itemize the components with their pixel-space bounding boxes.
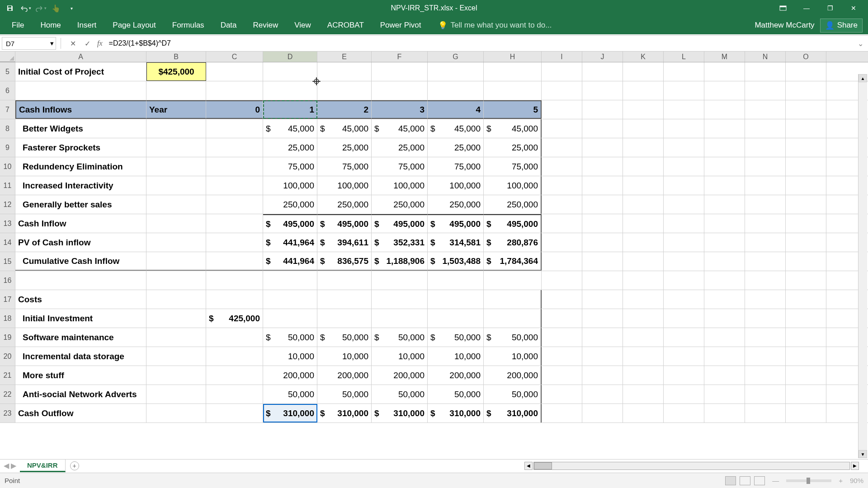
cell-F18[interactable] [372,309,428,328]
cell-I11[interactable] [542,176,582,195]
cell-E9[interactable]: 25,000 [317,138,372,157]
cell-K16[interactable] [623,271,664,290]
cell-G11[interactable]: 100,000 [428,176,484,195]
cell-I10[interactable] [542,157,582,176]
cell-K11[interactable] [623,176,664,195]
cell-I23[interactable] [542,404,582,422]
cell-M12[interactable] [704,195,745,214]
cell-E8[interactable]: $45,000 [317,119,372,138]
tab-acrobat[interactable]: ACROBAT [319,17,372,33]
cell-O20[interactable] [786,347,826,366]
cell-G17[interactable] [428,290,484,309]
cell-D21[interactable]: 200,000 [263,366,317,385]
cell-O7[interactable] [786,100,826,119]
cell-M10[interactable] [704,157,745,176]
cell-I5[interactable] [542,62,582,81]
cell-L19[interactable] [664,328,704,347]
cell-J9[interactable] [582,138,623,157]
cell-G18[interactable] [428,309,484,328]
cell-I15[interactable] [542,252,582,271]
cell-L22[interactable] [664,385,704,404]
cell-M11[interactable] [704,176,745,195]
cell-I17[interactable] [542,290,582,309]
cancel-formula-icon[interactable]: ✕ [67,39,78,48]
row-header-23[interactable]: 23 [0,404,15,422]
cell-A6[interactable] [15,81,146,100]
cell-O9[interactable] [786,138,826,157]
cell-N16[interactable] [745,271,786,290]
cell-J14[interactable] [582,233,623,252]
cell-H13[interactable]: $495,000 [484,214,542,233]
cell-O16[interactable] [786,271,826,290]
cell-D8[interactable]: $45,000 [263,119,317,138]
col-header-j[interactable]: J [582,52,623,62]
cell-C22[interactable] [206,385,263,404]
cell-K14[interactable] [623,233,664,252]
cell-L5[interactable] [664,62,704,81]
cell-B18[interactable] [146,309,206,328]
cell-L18[interactable] [664,309,704,328]
col-header-c[interactable]: C [206,52,263,62]
cell-C7[interactable]: 0 [206,100,263,119]
name-box[interactable]: D7 ▾ [2,37,56,50]
cell-K19[interactable] [623,328,664,347]
zoom-level[interactable]: 90% [850,477,863,484]
cell-J13[interactable] [582,214,623,233]
cell-L9[interactable] [664,138,704,157]
vertical-scrollbar[interactable]: ▲ ▼ [858,74,867,458]
cell-B10[interactable] [146,157,206,176]
cell-O21[interactable] [786,366,826,385]
cell-A12[interactable]: Generally better sales [15,195,146,214]
cell-O11[interactable] [786,176,826,195]
cell-C6[interactable] [206,81,263,100]
cell-F15[interactable]: $1,188,906 [372,252,428,271]
cell-E20[interactable]: 10,000 [317,347,372,366]
cell-K13[interactable] [623,214,664,233]
cell-G9[interactable]: 25,000 [428,138,484,157]
cell-O23[interactable] [786,404,826,422]
cell-G6[interactable] [428,81,484,100]
cell-D13[interactable]: $495,000 [263,214,317,233]
cell-E16[interactable] [317,271,372,290]
cell-F13[interactable]: $495,000 [372,214,428,233]
cell-C21[interactable] [206,366,263,385]
cell-K20[interactable] [623,347,664,366]
cell-M18[interactable] [704,309,745,328]
cell-C9[interactable] [206,138,263,157]
cell-F23[interactable]: $310,000 [372,404,428,422]
cell-J6[interactable] [582,81,623,100]
cell-C14[interactable] [206,233,263,252]
cell-C23[interactable] [206,404,263,422]
scroll-left-icon[interactable]: ◀ [524,462,533,470]
cell-C10[interactable] [206,157,263,176]
cell-H11[interactable]: 100,000 [484,176,542,195]
cell-L12[interactable] [664,195,704,214]
tab-prev-icon[interactable]: ◀ [4,461,9,470]
cell-I19[interactable] [542,328,582,347]
cell-E18[interactable] [317,309,372,328]
formula-input[interactable]: =D23/(1+$B$4)^D7 [105,39,857,47]
tab-home[interactable]: Home [32,17,69,33]
tab-nav[interactable]: ◀▶ [0,461,20,470]
cell-J10[interactable] [582,157,623,176]
cell-K23[interactable] [623,404,664,422]
scroll-down-icon[interactable]: ▼ [859,450,867,458]
redo-icon[interactable]: ▾ [34,2,47,14]
cell-I21[interactable] [542,366,582,385]
cell-A23[interactable]: Cash Outflow [15,404,146,422]
cell-H20[interactable]: 10,000 [484,347,542,366]
close-icon[interactable]: ✕ [844,2,863,14]
cell-B21[interactable] [146,366,206,385]
cell-O8[interactable] [786,119,826,138]
cell-I12[interactable] [542,195,582,214]
cell-A17[interactable]: Costs [15,290,146,309]
cell-K22[interactable] [623,385,664,404]
col-header-l[interactable]: L [664,52,704,62]
col-header-h[interactable]: H [484,52,542,62]
expand-formula-icon[interactable]: ⌄ [857,39,868,48]
cell-G16[interactable] [428,271,484,290]
cell-N23[interactable] [745,404,786,422]
cell-D9[interactable]: 25,000 [263,138,317,157]
cell-H6[interactable] [484,81,542,100]
cell-N18[interactable] [745,309,786,328]
